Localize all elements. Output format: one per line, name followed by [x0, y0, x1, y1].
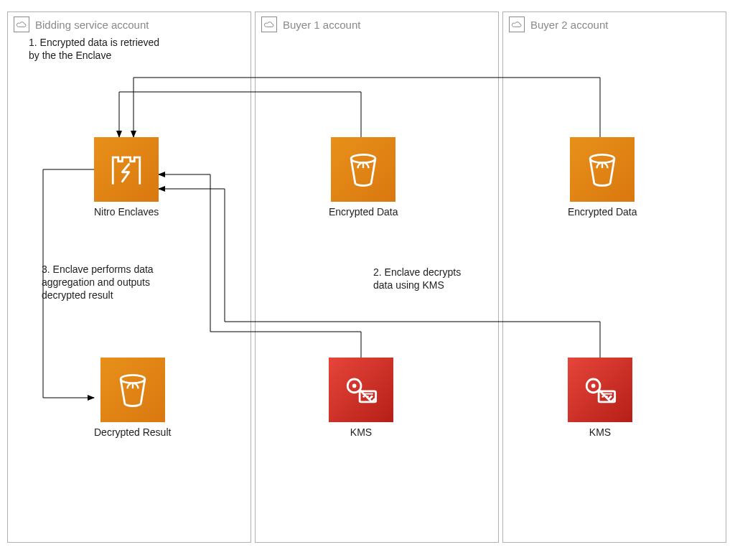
- svg-point-3: [351, 154, 375, 162]
- annotation-step2: 2. Enclave decrypts data using KMS: [373, 266, 495, 291]
- group-title: Buyer 2 account: [530, 19, 608, 31]
- group-header-bidding: Bidding service account: [14, 17, 149, 32]
- svg-point-1: [121, 375, 145, 383]
- svg-point-12: [590, 154, 614, 162]
- node-label: Encrypted Data: [568, 206, 637, 218]
- node-buyer2-kms: KMS: [568, 358, 632, 438]
- svg-point-8: [362, 396, 365, 398]
- node-buyer1-data: Encrypted Data: [329, 137, 398, 218]
- node-buyer1-kms: KMS: [329, 358, 393, 438]
- node-label: Encrypted Data: [329, 206, 398, 218]
- group-header-buyer2: Buyer 2 account: [509, 17, 608, 32]
- svg-point-19: [610, 396, 612, 398]
- bucket-icon: [570, 137, 635, 202]
- svg-point-15: [591, 384, 596, 388]
- annotation-step1: 1. Encrypted data is retrieved by the th…: [29, 36, 187, 62]
- group-title: Bidding service account: [35, 19, 149, 31]
- node-label: KMS: [350, 426, 372, 438]
- node-label: Nitro Enclaves: [94, 206, 159, 218]
- svg-point-6: [352, 384, 357, 388]
- cloud-icon: [509, 17, 525, 32]
- cloud-icon: [14, 17, 29, 32]
- group-buyer2: Buyer 2 account: [502, 11, 726, 543]
- node-buyer2-data: Encrypted Data: [568, 137, 637, 218]
- svg-point-10: [371, 396, 373, 398]
- nitro-enclaves-icon: [94, 137, 159, 202]
- kms-icon: [329, 358, 393, 422]
- svg-point-17: [601, 396, 604, 398]
- svg-point-18: [606, 396, 608, 398]
- node-nitro-enclaves: Nitro Enclaves: [94, 137, 159, 218]
- svg-point-9: [367, 396, 369, 398]
- bucket-icon: [100, 358, 165, 422]
- group-header-buyer1: Buyer 1 account: [261, 17, 360, 32]
- group-title: Buyer 1 account: [283, 19, 360, 31]
- kms-icon: [568, 358, 632, 422]
- bucket-icon: [331, 137, 395, 202]
- cloud-icon: [261, 17, 277, 32]
- annotation-step3: 3. Enclave performs data aggregation and…: [42, 263, 185, 302]
- node-label: KMS: [589, 426, 611, 438]
- node-decrypted-result: Decrypted Result: [94, 358, 171, 438]
- node-label: Decrypted Result: [94, 426, 171, 438]
- diagram-canvas: Bidding service account Buyer 1 account …: [0, 0, 735, 560]
